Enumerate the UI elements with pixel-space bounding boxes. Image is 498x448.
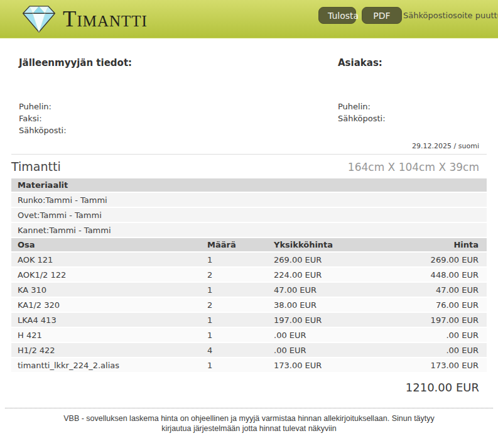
materials-body: Runko:Tammi - TammiOvet:Tammi - TammiKan… (11, 193, 487, 237)
contact-field-label: Puhelin: (338, 101, 479, 112)
cell-maara: 1 (207, 255, 263, 265)
cell-yksikkohinta: 173.00 EUR (263, 361, 392, 370)
cell-osa: KA1/2 320 (11, 300, 207, 310)
table-row: H1/2 4224.00 EUR.00 EUR (11, 343, 487, 357)
cell-hinta: 173.00 EUR (392, 361, 487, 370)
material-row: Ovet:Tammi - Tammi (11, 208, 487, 222)
quote-tables: Materiaalit Runko:Tammi - TammiOvet:Tamm… (11, 178, 487, 372)
cell-osa: timantti_lkkr_224_2.alias (11, 361, 207, 370)
cell-hinta: 197.00 EUR (392, 315, 487, 325)
materials-header: Materiaalit (11, 178, 487, 192)
material-row: Kannet:Tammi - Tammi (11, 223, 487, 237)
table-row: AOK1/2 1222224.00 EUR448.00 EUR (11, 268, 487, 281)
contact-field-label: Sähköposti: (19, 124, 338, 136)
cell-hinta: 47.00 EUR (392, 285, 487, 295)
product-row: Timantti 164cm X 104cm X 39cm (11, 160, 479, 173)
cell-osa: AOK1/2 122 (11, 270, 207, 280)
col-header-maara: Määrä (207, 240, 263, 249)
print-button[interactable]: Tulosta (318, 7, 356, 24)
cell-hinta: 76.00 EUR (392, 300, 487, 310)
parts-table-body: AOK 1211269.00 EUR269.00 EURAOK1/2 12222… (11, 253, 487, 372)
brand-logo: Timantti (21, 4, 148, 33)
material-row: Runko:Tammi - Tammi (11, 193, 487, 207)
cell-yksikkohinta: 197.00 EUR (263, 315, 392, 325)
cell-osa: H 421 (11, 331, 207, 340)
cell-hinta: 448.00 EUR (392, 270, 487, 280)
contact-field-label: Faksi: (19, 112, 338, 124)
footer-divider (5, 408, 493, 408)
customer-info: Asiakas: Puhelin:Sähköposti: (338, 57, 479, 136)
divider (11, 154, 487, 155)
table-row: KA1/2 320238.00 EUR76.00 EUR (11, 298, 487, 312)
disclaimer-text: VBB - sovelluksen laskema hinta on ohjee… (48, 413, 450, 434)
cell-maara: 2 (207, 300, 263, 310)
dealer-fields: Puhelin:Faksi:Sähköposti: (19, 101, 338, 136)
pdf-button[interactable]: PDF (362, 7, 402, 24)
cell-osa: AOK 121 (11, 255, 207, 265)
contact-field-label: Puhelin: (19, 101, 338, 112)
product-name: Timantti (11, 160, 61, 173)
col-header-yksikkohinta: Yksikköhinta (263, 240, 392, 249)
col-header-osa: Osa (11, 240, 207, 249)
table-row: LKA4 4131197.00 EUR197.00 EUR (11, 313, 487, 327)
table-row: H 4211.00 EUR.00 EUR (11, 328, 487, 342)
parts-table-header: Osa Määrä Yksikköhinta Hinta (11, 238, 487, 251)
cell-yksikkohinta: 38.00 EUR (263, 300, 392, 310)
cell-maara: 4 (207, 346, 263, 355)
header-actions: Tulosta PDF Sähköpostiosoite puuttu (318, 7, 498, 24)
cell-osa: KA 310 (11, 285, 207, 295)
brand-name: Timantti (63, 8, 148, 30)
date-locale: 29.12.2025 / suomi (0, 136, 498, 150)
table-row: KA 310147.00 EUR47.00 EUR (11, 283, 487, 297)
contact-info-section: Jälleenmyyjän tiedot: Puhelin:Faksi:Sähk… (0, 38, 498, 136)
email-missing-notice: Sähköpostiosoite puuttu (403, 11, 498, 20)
col-header-hinta: Hinta (392, 240, 487, 249)
cell-yksikkohinta: 47.00 EUR (263, 285, 392, 295)
cell-osa: LKA4 413 (11, 315, 207, 325)
cell-yksikkohinta: 269.00 EUR (263, 255, 392, 265)
cell-yksikkohinta: .00 EUR (263, 346, 392, 355)
dealer-title: Jälleenmyyjän tiedot: (19, 57, 338, 68)
cell-hinta: 269.00 EUR (392, 255, 487, 265)
product-dimensions: 164cm X 104cm X 39cm (348, 161, 479, 173)
cell-maara: 1 (207, 331, 263, 340)
cell-maara: 2 (207, 270, 263, 280)
customer-title: Asiakas: (338, 57, 479, 68)
cell-maara: 1 (207, 285, 263, 295)
total-price: 1210.00 EUR (0, 372, 498, 394)
table-row: timantti_lkkr_224_2.alias1173.00 EUR173.… (11, 358, 487, 372)
diamond-icon (21, 4, 57, 33)
cell-yksikkohinta: 224.00 EUR (263, 270, 392, 280)
cell-hinta: .00 EUR (392, 346, 487, 355)
customer-fields: Puhelin:Sähköposti: (338, 101, 479, 124)
cell-maara: 1 (207, 361, 263, 370)
dealer-info: Jälleenmyyjän tiedot: Puhelin:Faksi:Sähk… (19, 57, 338, 136)
cell-osa: H1/2 422 (11, 346, 207, 355)
contact-field-label: Sähköposti: (338, 112, 479, 124)
page-header: Timantti Tulosta PDF Sähköpostiosoite pu… (0, 0, 498, 38)
cell-yksikkohinta: .00 EUR (263, 331, 392, 340)
cell-hinta: .00 EUR (392, 331, 487, 340)
table-row: AOK 1211269.00 EUR269.00 EUR (11, 253, 487, 266)
cell-maara: 1 (207, 315, 263, 325)
